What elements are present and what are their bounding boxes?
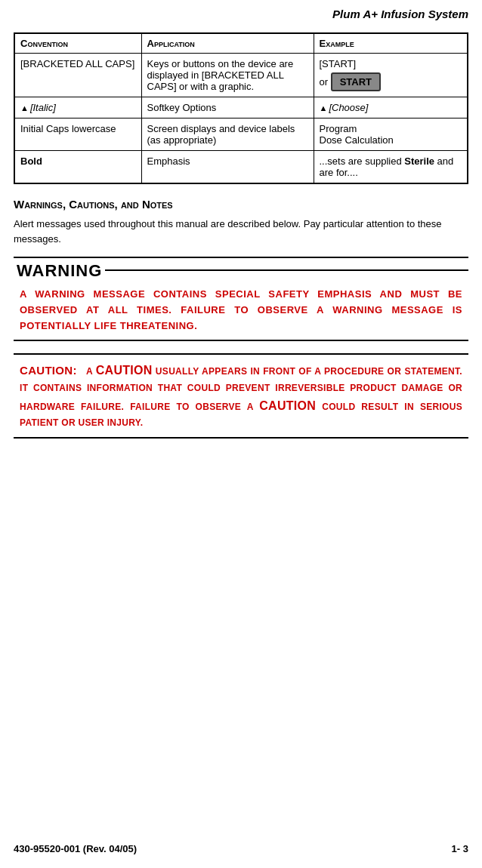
- warning-box: WARNING A WARNING MESSAGE CONTAINS SPECI…: [14, 257, 468, 341]
- caution-text: CAUTION: A CAUTION USUALLY APPEARS IN FR…: [20, 361, 462, 430]
- footer-left: 430-95520-001 (Rev. 04/05): [14, 843, 137, 854]
- page-header: Plum A+ Infusion System: [0, 0, 482, 26]
- table-row: [BRACKETED ALL CAPS] Keys or buttons on …: [14, 54, 468, 97]
- convention-table: Convention Application Example [BRACKETE…: [14, 32, 468, 184]
- warning-label-row: WARNING: [14, 258, 468, 282]
- col-header-convention: Convention: [14, 33, 141, 54]
- cell-example-4: ...sets are supplied Sterile and are for…: [314, 151, 468, 184]
- cell-convention-4: Bold: [14, 151, 141, 184]
- warnings-description: Alert messages used throughout this manu…: [14, 217, 468, 246]
- table-row: Initial Caps lowercase Screen displays a…: [14, 119, 468, 151]
- warnings-heading: Warnings, Cautions, and Notes: [14, 198, 468, 211]
- start-button-example: START: [331, 72, 381, 91]
- cell-example-2: ▲[Choose]: [314, 97, 468, 119]
- col-header-application: Application: [141, 33, 314, 54]
- cell-example-1: [START] or START: [314, 54, 468, 97]
- cell-convention-2: ▲[Italic]: [14, 97, 141, 119]
- page-title: Plum A+ Infusion System: [332, 8, 468, 20]
- page-footer: 430-95520-001 (Rev. 04/05) 1- 3: [14, 843, 468, 854]
- warning-body: A WARNING MESSAGE CONTAINS SPECIAL SAFET…: [14, 282, 468, 340]
- table-row: Bold Emphasis ...sets are supplied Steri…: [14, 151, 468, 184]
- caution-word-2: CAUTION: [259, 399, 316, 412]
- cell-convention-1: [BRACKETED ALL CAPS]: [14, 54, 141, 97]
- caution-section: CAUTION: A CAUTION USUALLY APPEARS IN FR…: [14, 353, 468, 438]
- caution-word-1: CAUTION: [96, 364, 153, 377]
- cell-convention-3: Initial Caps lowercase: [14, 119, 141, 151]
- cell-example-3: ProgramDose Calculation: [314, 119, 468, 151]
- caution-prefix: CAUTION:: [20, 364, 77, 377]
- warning-label-line: [105, 269, 468, 271]
- cell-application-2: Softkey Options: [141, 97, 314, 119]
- warning-label: WARNING: [14, 258, 102, 282]
- cell-application-4: Emphasis: [141, 151, 314, 184]
- cell-application-3: Screen displays and device labels (as ap…: [141, 119, 314, 151]
- warnings-section: Warnings, Cautions, and Notes Alert mess…: [0, 198, 482, 246]
- footer-right: 1- 3: [452, 843, 468, 854]
- table-row: ▲[Italic] Softkey Options ▲[Choose]: [14, 97, 468, 119]
- cell-application-1: Keys or buttons on the device are displa…: [141, 54, 314, 97]
- col-header-example: Example: [314, 33, 468, 54]
